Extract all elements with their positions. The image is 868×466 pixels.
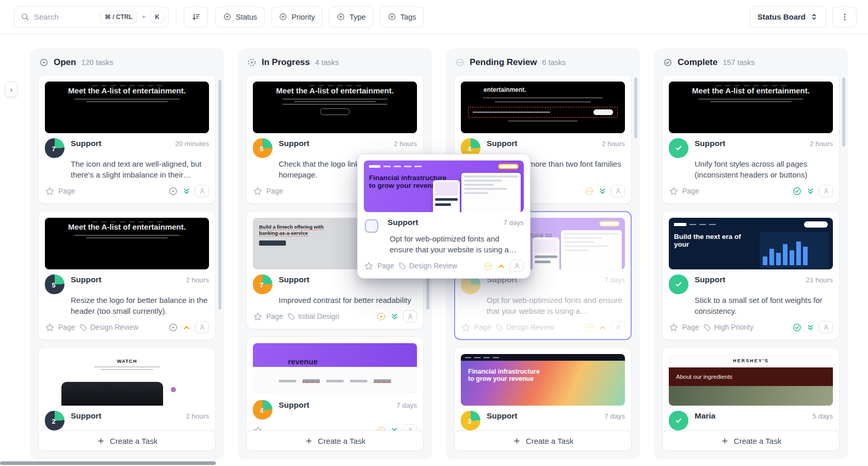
task-card[interactable]: Meet the A-list of entertainment.Support… xyxy=(662,75,840,204)
card-timestamp: 21 hours xyxy=(806,276,833,284)
priority-low-icon[interactable] xyxy=(390,426,399,431)
decoration xyxy=(365,262,373,269)
decoration xyxy=(564,241,594,243)
decoration xyxy=(495,101,591,103)
card-description: Improved contrast for better readability xyxy=(279,295,417,306)
card-footer: PageDesign Review xyxy=(45,321,209,333)
priority-high-icon[interactable] xyxy=(182,323,191,332)
task-select-checkbox[interactable] xyxy=(365,219,378,233)
filter-chip-priority[interactable]: Priority xyxy=(271,6,323,28)
decoration xyxy=(844,13,845,15)
decoration xyxy=(409,428,411,430)
create-task-label: Create a Task xyxy=(318,437,365,445)
card-thumbnail: HERSHEY'SAbout our ingredients xyxy=(669,354,833,406)
create-task-button[interactable]: Create a Task xyxy=(662,430,840,451)
column-scrollbar[interactable] xyxy=(634,77,637,138)
dragged-task-card[interactable]: Financial infrastructure to grow your re… xyxy=(357,154,531,279)
favorite-star-icon[interactable] xyxy=(253,312,263,322)
status-pending-icon[interactable] xyxy=(584,186,594,196)
assignee-placeholder[interactable] xyxy=(819,321,833,333)
priority-low-icon[interactable] xyxy=(182,186,191,196)
decoration xyxy=(535,261,551,263)
task-card[interactable]: HERSHEY'SAbout our ingredientsMaria5 day… xyxy=(662,347,840,430)
sidebar-expand-button[interactable]: › xyxy=(5,82,18,97)
decoration xyxy=(792,185,833,197)
task-card[interactable]: revenue4Support7 days xyxy=(246,336,424,430)
task-card[interactable]: Meet the A-list of entertainment.7Suppor… xyxy=(38,75,216,204)
assignee-placeholder[interactable] xyxy=(403,310,417,323)
status-pending-icon[interactable] xyxy=(584,323,594,332)
decoration xyxy=(792,186,802,196)
status-complete-icon[interactable] xyxy=(792,323,802,332)
create-task-button[interactable]: Create a Task xyxy=(246,430,424,451)
assignee-placeholder[interactable] xyxy=(819,185,833,197)
chevron-right-icon: › xyxy=(10,85,13,94)
filter-chip-tags[interactable]: Tags xyxy=(380,6,424,28)
tag-icon xyxy=(287,312,296,321)
priority-high-icon[interactable] xyxy=(598,323,607,332)
decoration xyxy=(247,58,256,67)
decoration xyxy=(674,416,683,425)
priority-low-icon[interactable] xyxy=(806,323,815,332)
priority-low-icon[interactable] xyxy=(598,186,607,196)
assignee-placeholder[interactable] xyxy=(611,321,625,333)
status-in-progress-icon[interactable] xyxy=(376,312,386,322)
create-task-button[interactable]: Create a Task xyxy=(454,430,632,451)
column-scrollbar[interactable] xyxy=(218,80,221,310)
favorite-star-icon[interactable] xyxy=(461,323,471,332)
column-footer: Create a Task xyxy=(238,430,432,459)
card-title: Support xyxy=(279,139,309,148)
task-card[interactable]: Financial infrastructure to grow your re… xyxy=(454,347,632,430)
overflow-menu-button[interactable] xyxy=(832,6,857,28)
task-card[interactable]: WATCH2Support2 hoursReplace current "Lea… xyxy=(38,347,216,430)
decoration xyxy=(282,15,284,18)
priority-high-icon[interactable] xyxy=(496,261,506,271)
decoration xyxy=(459,62,460,63)
decoration xyxy=(484,357,490,358)
assignee-placeholder[interactable] xyxy=(195,321,209,333)
horizontal-scrollbar[interactable] xyxy=(0,461,216,465)
column-scrollbar[interactable] xyxy=(842,77,845,147)
search-input[interactable] xyxy=(34,12,95,21)
task-card[interactable]: Meet the A-list of entertainment.5Suppor… xyxy=(38,211,216,340)
decoration: Support2 hours xyxy=(71,411,209,421)
card-footer xyxy=(253,424,417,430)
decoration: Support2 hours xyxy=(487,139,625,148)
status-complete-icon[interactable] xyxy=(792,186,802,196)
sort-button[interactable] xyxy=(184,6,208,28)
favorite-star-icon[interactable] xyxy=(253,186,263,196)
assignee-placeholder[interactable] xyxy=(403,424,417,430)
favorite-star-icon[interactable] xyxy=(45,186,55,196)
status-open-icon[interactable] xyxy=(168,323,178,332)
card-timestamp: 2 hours xyxy=(394,140,417,148)
card-title: Support xyxy=(695,275,725,284)
view-switcher-button[interactable]: Status Board xyxy=(750,6,826,28)
card-timestamp: 5 days xyxy=(812,412,833,420)
favorite-star-icon[interactable] xyxy=(669,186,679,196)
priority-low-icon[interactable] xyxy=(806,186,815,196)
search-box[interactable]: ⌘ / CTRL + K xyxy=(14,6,169,28)
card-description: Stick to a small set of font weights for… xyxy=(695,295,833,316)
filter-chip-type[interactable]: Type xyxy=(329,6,373,28)
decoration xyxy=(689,224,696,226)
decoration: Maria5 days xyxy=(695,411,833,421)
decoration: Meet the A-list of entertainment.Support… xyxy=(669,82,833,197)
task-card[interactable]: Build the next era of yourSupport21 hour… xyxy=(662,211,840,340)
assignee-placeholder[interactable] xyxy=(195,185,209,197)
assignee-placeholder[interactable] xyxy=(510,260,524,272)
tag-icon xyxy=(703,323,712,332)
card-type-label: Page xyxy=(682,187,699,195)
decoration xyxy=(198,187,206,195)
favorite-star-icon[interactable] xyxy=(669,323,679,332)
favorite-star-icon[interactable] xyxy=(364,261,374,271)
status-in-progress-icon[interactable] xyxy=(376,426,386,431)
filter-chip-status[interactable]: Status xyxy=(215,6,265,28)
favorite-star-icon[interactable] xyxy=(253,426,263,431)
assignee-placeholder[interactable] xyxy=(611,185,625,197)
status-pending-icon[interactable] xyxy=(483,261,493,271)
priority-low-icon[interactable] xyxy=(390,312,399,322)
create-task-button[interactable]: Create a Task xyxy=(38,430,216,451)
status-open-icon[interactable] xyxy=(168,186,178,196)
avatar-count: 7 xyxy=(260,282,264,289)
favorite-star-icon[interactable] xyxy=(45,323,55,332)
